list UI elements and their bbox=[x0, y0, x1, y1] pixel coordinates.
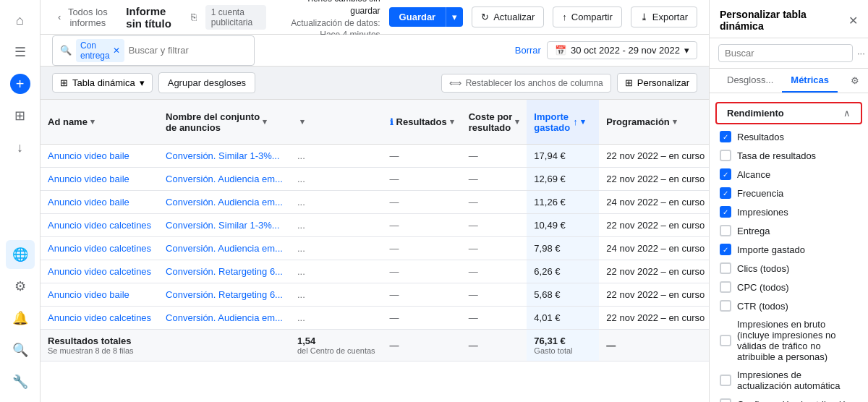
metric-item[interactable]: Tasa de resultados bbox=[710, 146, 868, 165]
metric-item[interactable]: Clics (todos) bbox=[710, 259, 868, 278]
tools-icon[interactable]: 🔧 bbox=[6, 367, 35, 396]
col-results[interactable]: ℹ Resultados ▾ bbox=[383, 100, 461, 145]
ad-name-cell[interactable]: Anuncio video calcetines bbox=[41, 307, 158, 330]
amount-spent-cell: 11,26 € bbox=[527, 191, 599, 214]
date-range-button[interactable]: 📅 30 oct 2022 - 29 nov 2022 ▾ bbox=[547, 41, 697, 59]
remove-tag-icon[interactable]: ✕ bbox=[113, 46, 120, 56]
ad-name-cell[interactable]: Anuncio video calcetines bbox=[41, 260, 158, 283]
metric-label: CPC (todos) bbox=[737, 282, 789, 293]
metric-label: Impresiones en bruto (incluye impresione… bbox=[737, 319, 858, 362]
metric-item[interactable]: ✓ Importe gastado bbox=[710, 240, 868, 259]
metric-checkbox[interactable]: ✓ bbox=[720, 244, 731, 255]
ad-set-cell[interactable]: Conversión. Retargeting 6... bbox=[158, 283, 290, 307]
globe-icon[interactable]: 🌐 bbox=[6, 240, 35, 269]
save-dropdown-button[interactable]: ▾ bbox=[446, 7, 463, 27]
metric-checkbox[interactable]: ✓ bbox=[720, 131, 731, 142]
tab-metrics[interactable]: Métricas bbox=[782, 69, 838, 93]
chevron-down-icon: ▾ bbox=[684, 45, 689, 56]
metric-item[interactable]: Configuración de atribución bbox=[710, 395, 868, 402]
ad-set-cell[interactable]: Conversión. Audiencia em... bbox=[158, 191, 290, 214]
metric-checkbox[interactable] bbox=[720, 300, 731, 312]
ad-set-cell[interactable]: Conversión. Audiencia em... bbox=[158, 307, 290, 330]
back-button[interactable]: ‹ Todos los informes bbox=[52, 4, 117, 31]
clear-filter-button[interactable]: Borrar bbox=[515, 45, 541, 56]
metric-checkbox[interactable]: ✓ bbox=[720, 187, 731, 199]
home-icon[interactable]: ⌂ bbox=[6, 6, 35, 35]
table-row: Anuncio video calcetines Conversión. Aud… bbox=[41, 237, 709, 260]
bell-icon[interactable]: 🔔 bbox=[6, 304, 35, 333]
export-button[interactable]: ⤓ Exportar bbox=[631, 7, 697, 27]
update-button[interactable]: ↻ Actualizar bbox=[472, 7, 544, 27]
more-options-icon[interactable]: ··· bbox=[857, 48, 865, 59]
results-cell: — bbox=[383, 191, 461, 214]
col-ad-set[interactable]: Nombre del conjuntode anuncios ▾ bbox=[158, 100, 290, 145]
metric-item[interactable]: ✓ Resultados bbox=[710, 127, 868, 146]
col-ad-name[interactable]: Ad name ▾ bbox=[41, 100, 158, 145]
metric-item[interactable]: Impresiones de actualización automática bbox=[710, 366, 868, 395]
panel-header: Personalizar tabla dinámica ✕ bbox=[710, 0, 868, 38]
metric-checkbox[interactable] bbox=[720, 375, 731, 386]
settings-icon[interactable]: ⚙ bbox=[6, 272, 35, 301]
metric-checkbox[interactable] bbox=[720, 225, 731, 236]
results-cell: — bbox=[383, 214, 461, 237]
menu-icon[interactable]: ☰ bbox=[6, 38, 35, 67]
ad-name-cell[interactable]: Anuncio video calcetines bbox=[41, 214, 158, 237]
col-extra[interactable]: ▾ bbox=[290, 100, 383, 145]
metric-checkbox[interactable] bbox=[720, 150, 731, 161]
metric-item[interactable]: Impresiones en bruto (incluye impresione… bbox=[710, 315, 868, 366]
col-cost-result[interactable]: Coste porresultado ▾ bbox=[461, 100, 527, 145]
schedule-cell: 22 nov 2022 – en curso bbox=[599, 145, 709, 168]
metric-item[interactable]: CPC (todos) bbox=[710, 278, 868, 296]
search-icon[interactable]: 🔍 bbox=[6, 335, 35, 364]
metric-checkbox[interactable]: ✓ bbox=[720, 168, 731, 180]
download-icon[interactable]: ↓ bbox=[6, 133, 35, 162]
results-cell: — bbox=[383, 145, 461, 168]
filter-options-icon[interactable]: ⚙ bbox=[851, 69, 859, 93]
report-title: Informe sin título bbox=[126, 5, 182, 30]
reset-columns-button[interactable]: ⟺ Restablecer los anchos de columna bbox=[441, 74, 611, 93]
table-type-button[interactable]: ⊞ Tabla dinámica ▾ bbox=[52, 73, 153, 93]
metric-checkbox[interactable]: ✓ bbox=[720, 206, 731, 218]
table-row: Anuncio video baile Conversión. Retarget… bbox=[41, 283, 709, 307]
share-button[interactable]: ↑ Compartir bbox=[553, 7, 622, 27]
ad-set-cell[interactable]: Conversión. Similar 1-3%... bbox=[158, 214, 290, 237]
ad-name-cell[interactable]: Anuncio video baile bbox=[41, 145, 158, 168]
search-box: 🔍 Con entrega ✕ bbox=[52, 35, 255, 66]
metric-item[interactable]: ✓ Impresiones bbox=[710, 202, 868, 221]
cost-result-cell: — bbox=[461, 191, 527, 214]
ad-name-cell[interactable]: Anuncio video calcetines bbox=[41, 237, 158, 260]
group-breakdown-button[interactable]: Agrupar desgloses bbox=[158, 72, 255, 93]
customize-button[interactable]: ⊞ Personalizar bbox=[617, 73, 697, 93]
metric-item[interactable]: Entrega bbox=[710, 221, 868, 240]
ad-name-cell[interactable]: Anuncio video baile bbox=[41, 168, 158, 191]
refresh-icon: ↻ bbox=[481, 12, 489, 22]
panel-search-input[interactable] bbox=[718, 44, 853, 62]
metric-item[interactable]: ✓ Alcance bbox=[710, 165, 868, 184]
metric-checkbox[interactable] bbox=[720, 262, 731, 274]
total-schedule-cell: — bbox=[599, 330, 709, 362]
metric-item[interactable]: ✓ Frecuencia bbox=[710, 184, 868, 202]
metric-checkbox[interactable] bbox=[720, 281, 731, 293]
grid-icon[interactable]: ⊞ bbox=[6, 101, 35, 130]
ad-set-cell[interactable]: Conversión. Similar 1-3%... bbox=[158, 145, 290, 168]
tab-breakdowns[interactable]: Desgloss... bbox=[718, 69, 782, 93]
ad-set-cell[interactable]: Conversión. Audiencia em... bbox=[158, 168, 290, 191]
metric-checkbox[interactable] bbox=[720, 398, 731, 402]
table-row: Anuncio video baile Conversión. Audienci… bbox=[41, 168, 709, 191]
reset-icon: ⟺ bbox=[449, 78, 461, 88]
col3-cell: ... bbox=[290, 260, 383, 283]
ad-name-cell[interactable]: Anuncio video baile bbox=[41, 191, 158, 214]
performance-section-header[interactable]: Rendimiento ∧ bbox=[715, 102, 862, 124]
ad-set-cell[interactable]: Conversión. Audiencia em... bbox=[158, 237, 290, 260]
col-amount-spent[interactable]: Importegastado ↑ ▾ bbox=[527, 100, 599, 145]
add-icon[interactable]: + bbox=[10, 74, 30, 94]
save-button[interactable]: Guardar bbox=[389, 7, 446, 27]
col-schedule[interactable]: Programación ▾ bbox=[599, 100, 709, 145]
ad-set-cell[interactable]: Conversión. Retargeting 6... bbox=[158, 260, 290, 283]
cost-result-cell: — bbox=[461, 214, 527, 237]
metric-item[interactable]: CTR (todos) bbox=[710, 296, 868, 315]
close-icon[interactable]: ✕ bbox=[848, 14, 858, 27]
filter-input[interactable] bbox=[129, 45, 250, 56]
ad-name-cell[interactable]: Anuncio video baile bbox=[41, 283, 158, 307]
metric-checkbox[interactable] bbox=[720, 335, 731, 346]
